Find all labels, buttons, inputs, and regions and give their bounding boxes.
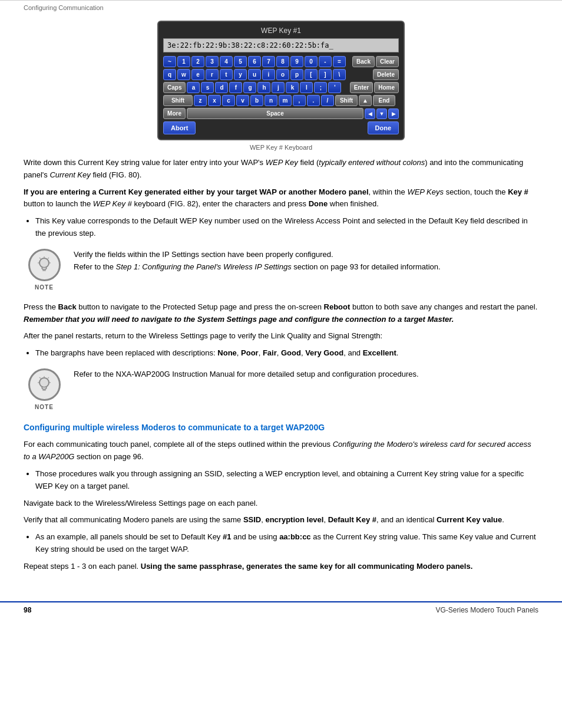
key-left-arrow[interactable]: ◀	[365, 108, 375, 119]
key-caps[interactable]: Caps	[163, 82, 186, 93]
key-e[interactable]: e	[191, 69, 204, 80]
footer-page-number: 98	[24, 606, 31, 614]
key-6[interactable]: 6	[248, 56, 261, 67]
body-content: Write down this Current Key string value…	[24, 157, 538, 573]
key-g[interactable]: g	[243, 82, 256, 93]
section-heading: Configuring multiple wireless Moderos to…	[24, 421, 538, 434]
paragraph-6: Navigate back to the Wireless/Wireless S…	[24, 498, 538, 510]
key-end[interactable]: End	[373, 95, 395, 106]
note-bulb-icon-1	[28, 249, 61, 281]
page-header: Configuring Communication	[0, 0, 562, 15]
keyboard-row-numbers: ~ 1 2 3 4 5 6 7 8 9 0 - = Back Clear	[163, 56, 399, 67]
key-2[interactable]: 2	[191, 56, 204, 67]
done-button[interactable]: Done	[368, 121, 399, 134]
key-minus[interactable]: -	[319, 56, 332, 67]
note-block-2: NOTE Refer to the NXA-WAP200G Instructio…	[24, 368, 538, 412]
page-footer: 98 VG-Series Modero Touch Panels	[0, 601, 562, 618]
key-space[interactable]: Space	[187, 108, 363, 119]
paragraph-5: For each communicating touch panel, comp…	[24, 439, 538, 463]
svg-line-4	[39, 258, 41, 259]
key-shift-left[interactable]: Shift	[163, 95, 193, 106]
key-5[interactable]: 5	[234, 56, 247, 67]
note-text-1: Verify the fields within the IP Settings…	[74, 249, 538, 278]
keyboard-row-qwerty: q w e r t y u i o p [ ] \ Delete	[163, 69, 399, 80]
key-clear[interactable]: Clear	[376, 56, 399, 67]
key-l[interactable]: l	[300, 82, 313, 93]
key-home[interactable]: Home	[374, 82, 399, 93]
key-comma[interactable]: ,	[293, 95, 306, 106]
key-t[interactable]: t	[220, 69, 233, 80]
bullet-item-3: Those procedures walk you through assign…	[35, 468, 538, 493]
note-block-1: NOTE Verify the fields within the IP Set…	[24, 249, 538, 292]
nav-arrows: ◀ ▼ ▶	[365, 108, 399, 119]
key-backslash[interactable]: \	[333, 69, 346, 80]
key-k[interactable]: k	[286, 82, 299, 93]
main-content: WEP Key #1 3e:22:fb:22:9b:38:22:c8:22:60…	[0, 15, 562, 589]
bullet-item-2: The bargraphs have been replaced with de…	[35, 347, 538, 360]
key-a[interactable]: a	[187, 82, 200, 93]
bullet-list-1: This Key value corresponds to the Defaul…	[35, 215, 538, 240]
key-z[interactable]: z	[194, 95, 207, 106]
key-d[interactable]: d	[215, 82, 228, 93]
key-q[interactable]: q	[163, 69, 176, 80]
note-text-2: Refer to the NXA-WAP200G Instruction Man…	[74, 368, 538, 386]
key-9[interactable]: 9	[290, 56, 303, 67]
key-semicolon[interactable]: ;	[314, 82, 327, 93]
paragraph-1: Write down this Current Key string value…	[24, 157, 538, 182]
keyboard-input[interactable]: 3e:22:fb:22:9b:38:22:c8:22:60:22:5b:fa_	[163, 38, 399, 52]
key-u[interactable]: u	[248, 69, 261, 80]
key-x[interactable]: x	[208, 95, 221, 106]
key-v[interactable]: v	[236, 95, 249, 106]
key-h[interactable]: h	[257, 82, 270, 93]
note-bulb-icon-2	[28, 368, 61, 401]
svg-rect-1	[42, 270, 46, 271]
key-y[interactable]: y	[234, 69, 247, 80]
key-4[interactable]: 4	[220, 56, 233, 67]
key-f[interactable]: f	[229, 82, 242, 93]
key-3[interactable]: 3	[206, 56, 219, 67]
svg-line-3	[48, 258, 49, 259]
key-j[interactable]: j	[272, 82, 285, 93]
key-shift-right[interactable]: Shift	[335, 95, 358, 106]
key-down-arrow[interactable]: ▼	[376, 108, 387, 119]
key-back[interactable]: Back	[352, 56, 375, 67]
key-tilde[interactable]: ~	[163, 56, 176, 67]
key-up-arrow[interactable]: ▲	[359, 95, 372, 106]
note-label-1: NOTE	[24, 283, 65, 292]
key-enter[interactable]: Enter	[350, 82, 373, 93]
key-o[interactable]: o	[276, 69, 289, 80]
bullet-list-2: The bargraphs have been replaced with de…	[35, 347, 538, 360]
note-icon-1: NOTE	[24, 249, 65, 292]
key-equals[interactable]: =	[333, 56, 346, 67]
key-r[interactable]: r	[206, 69, 219, 80]
key-period[interactable]: .	[307, 95, 320, 106]
lightbulb-svg-1	[35, 255, 54, 274]
key-8[interactable]: 8	[276, 56, 289, 67]
paragraph-4: After the panel restarts, return to the …	[24, 330, 538, 342]
svg-rect-8	[42, 390, 46, 391]
key-quote[interactable]: '	[328, 82, 341, 93]
key-b[interactable]: b	[250, 95, 263, 106]
keyboard-row-asdf: Caps a s d f g h j k l ; ' Enter Home	[163, 82, 399, 93]
key-s[interactable]: s	[201, 82, 214, 93]
key-more[interactable]: More	[163, 108, 186, 119]
key-7[interactable]: 7	[262, 56, 275, 67]
key-right-arrow[interactable]: ▶	[388, 108, 399, 119]
key-p[interactable]: p	[290, 69, 303, 80]
key-m[interactable]: m	[279, 95, 292, 106]
key-n[interactable]: n	[265, 95, 277, 106]
key-i[interactable]: i	[262, 69, 275, 80]
paragraph-8: Repeat steps 1 - 3 on each panel. Using …	[24, 561, 538, 573]
key-lbracket[interactable]: [	[305, 69, 318, 80]
key-1[interactable]: 1	[177, 56, 190, 67]
abort-button[interactable]: Abort	[163, 121, 196, 134]
key-0[interactable]: 0	[305, 56, 318, 67]
svg-point-7	[39, 378, 49, 387]
key-rbracket[interactable]: ]	[319, 69, 332, 80]
key-delete[interactable]: Delete	[373, 69, 399, 80]
key-slash[interactable]: /	[321, 95, 334, 106]
header-title: Configuring Communication	[24, 4, 104, 11]
footer-title: VG-Series Modero Touch Panels	[435, 606, 538, 614]
key-w[interactable]: w	[177, 69, 190, 80]
key-c[interactable]: c	[222, 95, 235, 106]
